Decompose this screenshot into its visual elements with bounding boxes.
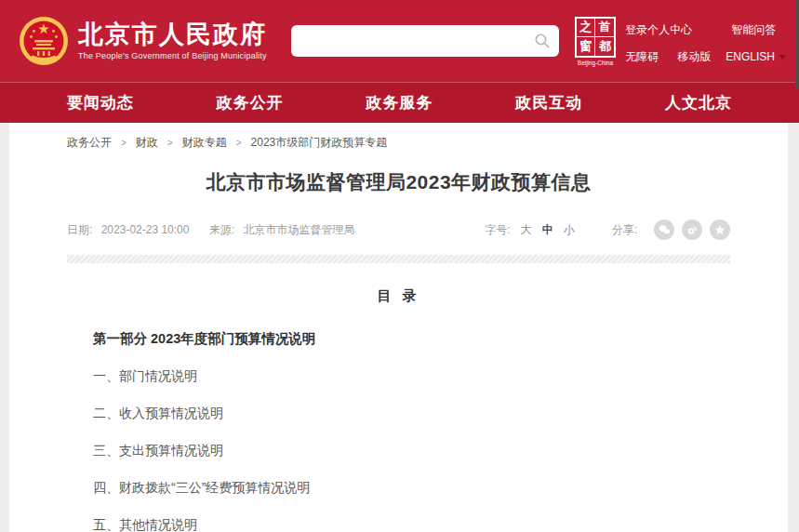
- breadcrumb-separator: >: [121, 138, 127, 148]
- font-size-medium[interactable]: 中: [542, 222, 553, 238]
- share-label: 分享:: [612, 222, 637, 238]
- content-area: 政务公开 > 财政 > 财政专题 > 2023市级部门财政预算专题 北京市市场监…: [9, 123, 788, 532]
- toc-item-2[interactable]: 二、收入预算情况说明: [93, 406, 730, 422]
- date-label: 日期:: [67, 223, 92, 236]
- site-subtitle: The People's Government of Beijing Munic…: [78, 51, 267, 60]
- toc-list: 第一部分 2023年度部门预算情况说明 一、部门情况说明 二、收入预算情况说明 …: [93, 330, 730, 532]
- chevron-down-icon: [779, 55, 786, 60]
- main-nav-inner: 要闻动态 政务公开 政务服务 政民互动 人文北京: [0, 83, 799, 123]
- smart-qa-link[interactable]: 智能问答: [731, 22, 776, 38]
- breadcrumb: 政务公开 > 财政 > 财政专题 > 2023市级部门财政预算专题: [67, 123, 730, 151]
- toc-item-5[interactable]: 五、其他情况说明: [93, 517, 730, 532]
- toc-item-1[interactable]: 一、部门情况说明: [93, 368, 730, 385]
- breadcrumb-item[interactable]: 政务公开: [67, 135, 112, 151]
- nav-item-gov-service[interactable]: 政务服务: [366, 92, 433, 113]
- header-links-row-1: 登录个人中心 智能问答: [625, 22, 786, 38]
- font-size-small[interactable]: 小: [564, 222, 575, 238]
- scrollbar-thumb[interactable]: [795, 0, 799, 89]
- national-emblem-icon: [19, 16, 69, 66]
- nav-item-gov-open[interactable]: 政务公开: [217, 92, 284, 113]
- nav-item-culture[interactable]: 人文北京: [665, 92, 732, 113]
- search-icon[interactable]: [534, 33, 551, 49]
- share-favorite-icon[interactable]: [710, 219, 730, 240]
- share-wechat-icon[interactable]: [654, 219, 674, 240]
- site-header: 北京市人民政府 The People's Government of Beiji…: [0, 0, 799, 82]
- header-right-cluster: 之 首 窗 都 Beijing-China 登录个人中心 智能问答 无障碍 移动…: [575, 17, 786, 66]
- capital-window-logo[interactable]: 之 首 窗 都 Beijing-China: [575, 17, 616, 66]
- english-switcher[interactable]: ENGLISH: [726, 50, 786, 63]
- page-title: 北京市市场监督管理局2023年财政预算信息: [67, 169, 730, 195]
- toc-item-3[interactable]: 三、支出预算情况说明: [93, 443, 730, 459]
- nav-item-interaction[interactable]: 政民互动: [515, 92, 582, 113]
- capital-window-grid: 之 首 窗 都: [575, 17, 616, 58]
- article-meta-left: 日期: 2023-02-23 10:00 来源: 北京市市场监督管理局: [67, 222, 360, 238]
- capital-window-char: 窗: [577, 37, 595, 56]
- breadcrumb-separator: >: [167, 138, 173, 148]
- font-size-large[interactable]: 大: [521, 222, 532, 238]
- toc-heading[interactable]: 第一部分 2023年度部门预算情况说明: [93, 330, 730, 348]
- site-title: 北京市人民政府: [78, 21, 267, 49]
- font-size-label: 字号:: [485, 222, 510, 238]
- nav-item-news[interactable]: 要闻动态: [67, 92, 134, 113]
- breadcrumb-separator: >: [236, 138, 242, 148]
- main-nav: 要闻动态 政务公开 政务服务 政民互动 人文北京: [0, 82, 799, 123]
- breadcrumb-item[interactable]: 财政: [136, 135, 158, 151]
- toc-item-4[interactable]: 四、财政拨款“三公”经费预算情况说明: [93, 480, 730, 497]
- login-personal-center-link[interactable]: 登录个人中心: [625, 22, 692, 38]
- page: 北京市人民政府 The People's Government of Beiji…: [0, 0, 799, 532]
- capital-window-char: 都: [595, 37, 614, 56]
- section-divider: [67, 255, 730, 263]
- date-value: 2023-02-23 10:00: [101, 223, 190, 236]
- capital-window-char: 之: [577, 19, 595, 37]
- accessibility-link[interactable]: 无障碍: [625, 49, 659, 65]
- search-box: [291, 25, 559, 57]
- site-identity: 北京市人民政府 The People's Government of Beiji…: [78, 21, 267, 61]
- capital-window-caption: Beijing-China: [577, 60, 614, 65]
- article-meta-right: 字号: 大 中 小 分享:: [485, 219, 730, 240]
- mobile-version-link[interactable]: 移动版: [677, 49, 711, 65]
- search-input[interactable]: [291, 25, 559, 57]
- article-meta: 日期: 2023-02-23 10:00 来源: 北京市市场监督管理局 字号: …: [67, 219, 730, 240]
- breadcrumb-item[interactable]: 2023市级部门财政预算专题: [251, 135, 388, 151]
- header-links-row-2: 无障碍 移动版 ENGLISH: [625, 49, 786, 65]
- breadcrumb-item[interactable]: 财政专题: [182, 135, 227, 151]
- toc-title: 目 录: [67, 287, 730, 305]
- header-links: 登录个人中心 智能问答 无障碍 移动版 ENGLISH: [625, 17, 786, 65]
- source-value: 北京市市场监督管理局: [243, 223, 354, 236]
- english-link[interactable]: ENGLISH: [726, 50, 775, 63]
- capital-window-char: 首: [595, 19, 614, 37]
- share-weibo-icon[interactable]: [682, 219, 702, 240]
- source-label: 来源:: [209, 223, 234, 236]
